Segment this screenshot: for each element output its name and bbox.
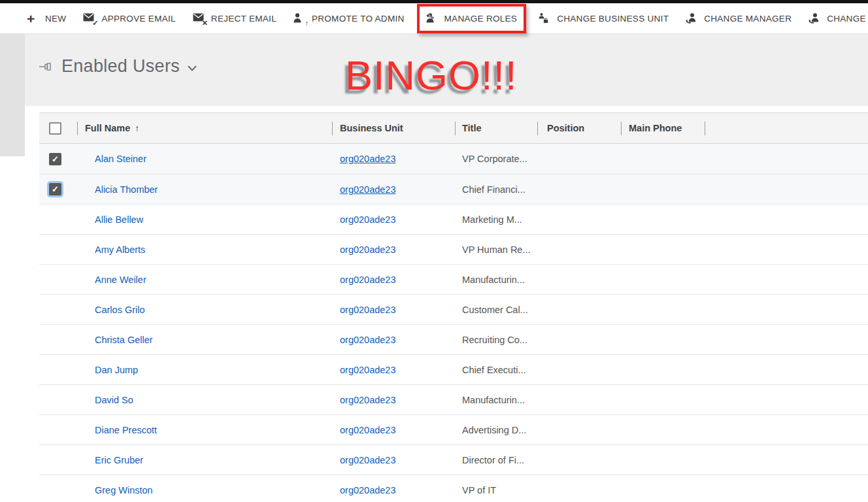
user-name-link[interactable]: Anne Weiler xyxy=(95,275,146,285)
table-row[interactable]: ✓ Carlos Grilo org020ade23 Customer Cal.… xyxy=(39,294,868,324)
business-unit-link[interactable]: org020ade23 xyxy=(340,214,395,225)
promote-admin-icon: ↑ xyxy=(293,12,307,25)
user-name-link[interactable]: Dan Jump xyxy=(95,365,138,375)
row-checkbox[interactable]: ✓ xyxy=(49,183,61,195)
column-header-position[interactable]: Position xyxy=(537,113,621,143)
change-position-icon xyxy=(809,12,822,25)
business-unit-link[interactable]: org020ade23 xyxy=(340,365,395,375)
table-row[interactable]: ✓ Alan Steiner org020ade23 VP Corporate.… xyxy=(39,144,868,174)
users-grid: Full Name↑ Business Unit Title Position … xyxy=(39,112,868,502)
business-unit-link[interactable]: org020ade23 xyxy=(340,275,395,285)
sort-ascending-icon: ↑ xyxy=(135,123,139,133)
business-unit-link[interactable]: org020ade23 xyxy=(340,305,395,315)
title-cell: VP of IT xyxy=(462,485,496,495)
view-selector[interactable]: Enabled Users xyxy=(39,56,197,76)
left-rail-panel xyxy=(0,34,25,156)
table-row[interactable]: ✓ Allie Bellew org020ade23 Marketing M..… xyxy=(39,204,868,234)
user-name-link[interactable]: Greg Winston xyxy=(95,485,153,495)
user-name-link[interactable]: Alan Steiner xyxy=(95,154,146,164)
bingo-annotation: BINGO!!! xyxy=(345,54,518,97)
manage-roles-label: MANAGE ROLES xyxy=(444,14,518,24)
manage-roles-button[interactable]: MANAGE ROLES xyxy=(420,7,524,31)
title-cell: Manufacturin... xyxy=(462,275,525,285)
select-all-cell xyxy=(39,113,77,143)
business-unit-link[interactable]: org020ade23 xyxy=(340,455,395,465)
change-position-label: CHANGE POSITION xyxy=(827,14,868,24)
business-unit-link[interactable]: org020ade23 xyxy=(340,395,395,405)
business-unit-link[interactable]: org020ade23 xyxy=(340,184,395,195)
chevron-down-icon[interactable] xyxy=(188,65,197,71)
select-all-checkbox[interactable] xyxy=(49,122,61,135)
title-cell: VP Human Re... xyxy=(462,244,531,255)
change-manager-icon xyxy=(686,12,699,25)
grid-header-row: Full Name↑ Business Unit Title Position … xyxy=(39,113,868,144)
title-cell: Chief Financi... xyxy=(462,184,526,195)
title-cell: VP Corporate... xyxy=(462,154,527,164)
user-name-link[interactable]: Christa Geller xyxy=(95,335,153,345)
plus-icon: + xyxy=(27,12,40,25)
email-approve-icon: ✓ xyxy=(83,12,96,25)
title-cell: Director of Fi... xyxy=(462,455,524,465)
reject-email-label: REJECT EMAIL xyxy=(211,14,276,24)
new-button[interactable]: + NEW xyxy=(18,3,75,33)
promote-to-admin-label: PROMOTE TO ADMIN xyxy=(312,14,405,24)
pin-icon xyxy=(39,61,54,72)
top-black-bar xyxy=(0,0,868,3)
change-manager-label: CHANGE MANAGER xyxy=(704,14,792,24)
user-name-link[interactable]: David So xyxy=(95,395,133,405)
user-name-link[interactable]: Alicia Thomber xyxy=(95,184,158,195)
business-unit-link[interactable]: org020ade23 xyxy=(340,425,395,435)
business-unit-link[interactable]: org020ade23 xyxy=(340,485,395,495)
table-row[interactable]: ✓ David So org020ade23 Manufacturin... xyxy=(39,384,868,414)
title-cell: Recruiting Co... xyxy=(462,335,527,345)
user-name-link[interactable]: Carlos Grilo xyxy=(95,305,145,315)
business-unit-link[interactable]: org020ade23 xyxy=(340,335,395,345)
email-reject-icon: ✕ xyxy=(193,12,206,25)
business-unit-link[interactable]: org020ade23 xyxy=(340,244,395,255)
column-header-full-name[interactable]: Full Name↑ xyxy=(77,113,332,143)
table-row[interactable]: ✓ Diane Prescott org020ade23 Advertising… xyxy=(39,414,868,444)
change-business-unit-label: CHANGE BUSINESS UNIT xyxy=(557,14,669,24)
table-row[interactable]: ✓ Dan Jump org020ade23 Chief Executi... xyxy=(39,354,868,384)
user-name-link[interactable]: Eric Gruber xyxy=(95,455,143,465)
change-business-unit-button[interactable]: CHANGE BUSINESS UNIT xyxy=(530,3,677,33)
user-name-link[interactable]: Diane Prescott xyxy=(95,425,157,435)
column-header-main-phone[interactable]: Main Phone xyxy=(621,113,705,143)
title-cell: Advertising D... xyxy=(462,425,526,435)
table-row[interactable]: ✓ Eric Gruber org020ade23 Director of Fi… xyxy=(39,444,868,475)
user-name-link[interactable]: Amy Alberts xyxy=(95,244,145,255)
new-button-label: NEW xyxy=(45,14,66,24)
promote-to-admin-button[interactable]: ↑ PROMOTE TO ADMIN xyxy=(285,3,413,33)
table-row[interactable]: ✓ Alicia Thomber org020ade23 Chief Finan… xyxy=(39,174,868,204)
table-row[interactable]: ✓ Christa Geller org020ade23 Recruiting … xyxy=(39,324,868,354)
user-name-link[interactable]: Allie Bellew xyxy=(95,214,143,225)
column-header-filler xyxy=(705,113,868,143)
business-unit-link[interactable]: org020ade23 xyxy=(340,154,395,164)
reject-email-button[interactable]: ✕ REJECT EMAIL xyxy=(184,3,285,33)
approve-email-label: APPROVE EMAIL xyxy=(101,14,175,24)
title-cell: Chief Executi... xyxy=(462,365,526,375)
title-cell: Manufacturin... xyxy=(462,395,525,405)
change-position-button[interactable]: CHANGE POSITION xyxy=(800,3,868,33)
title-cell: Marketing M... xyxy=(462,214,522,225)
manage-roles-highlight-box: MANAGE ROLES xyxy=(417,4,527,33)
row-checkbox[interactable]: ✓ xyxy=(49,153,61,165)
command-bar: + NEW ✓ APPROVE EMAIL ✕ REJECT EMAIL ↑ P… xyxy=(0,3,868,34)
table-row[interactable]: ✓ Anne Weiler org020ade23 Manufacturin..… xyxy=(39,264,868,294)
page-title: Enabled Users xyxy=(61,56,180,76)
change-business-unit-icon xyxy=(539,12,552,25)
table-row[interactable]: ✓ Greg Winston org020ade23 VP of IT xyxy=(39,475,868,502)
title-cell: Customer Cal... xyxy=(462,305,528,315)
column-header-business-unit[interactable]: Business Unit xyxy=(332,113,455,143)
column-header-title[interactable]: Title xyxy=(455,113,537,143)
change-manager-button[interactable]: CHANGE MANAGER xyxy=(677,3,800,33)
approve-email-button[interactable]: ✓ APPROVE EMAIL xyxy=(75,3,184,33)
table-row[interactable]: ✓ Amy Alberts org020ade23 VP Human Re... xyxy=(39,234,868,264)
manage-roles-icon xyxy=(426,12,439,25)
grid-body: ✓ Alan Steiner org020ade23 VP Corporate.… xyxy=(39,144,868,502)
